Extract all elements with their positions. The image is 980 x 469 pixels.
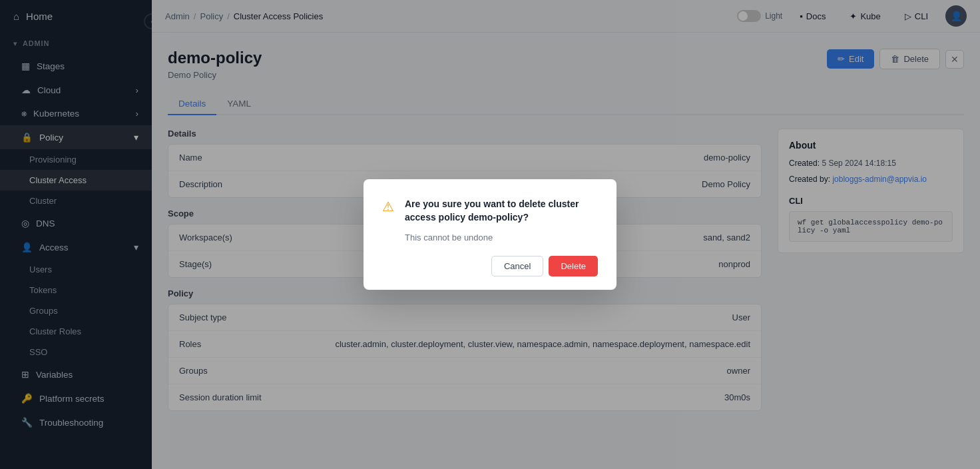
modal-cancel-button[interactable]: Cancel xyxy=(491,256,543,276)
modal-title: Are you sure you want to delete cluster … xyxy=(405,198,598,224)
delete-confirmation-modal: ⚠ Are you sure you want to delete cluste… xyxy=(364,179,616,289)
warning-icon: ⚠ xyxy=(382,199,397,213)
modal-delete-button[interactable]: Delete xyxy=(549,256,598,276)
modal-header: ⚠ Are you sure you want to delete cluste… xyxy=(382,198,598,224)
modal-actions: Cancel Delete xyxy=(382,256,598,276)
modal-body: This cannot be undone xyxy=(405,233,598,242)
modal-overlay[interactable]: ⚠ Are you sure you want to delete cluste… xyxy=(0,0,980,469)
